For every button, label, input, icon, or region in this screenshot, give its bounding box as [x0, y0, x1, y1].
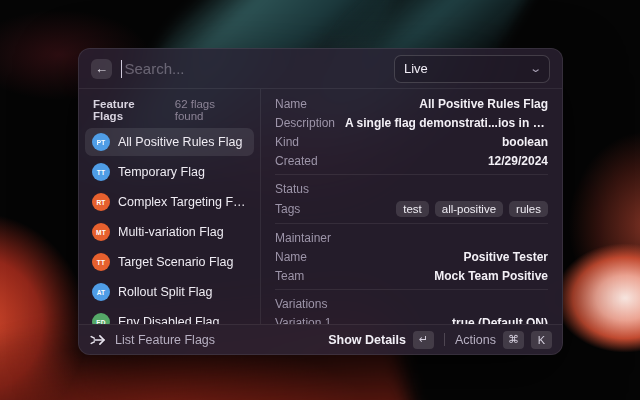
flag-avatar-icon: TT [92, 253, 110, 271]
list-item[interactable]: TTTemporary Flag [85, 158, 254, 186]
action-bar: List Feature Flags Show Details ↵ Action… [79, 324, 562, 354]
list-item-label: Env Disabled Flag [118, 315, 219, 324]
details-section-divider [275, 289, 548, 290]
details-label: Created [275, 154, 318, 168]
details-label: Maintainer [275, 231, 331, 245]
list-item-label: Complex Targeting Flag [118, 195, 247, 209]
details-label: Name [275, 250, 307, 264]
flag-avatar-icon: RT [92, 193, 110, 211]
details-row: Status [275, 179, 548, 198]
flag-avatar-icon: MT [92, 223, 110, 241]
list-item[interactable]: ATRollout Split Flag [85, 278, 254, 306]
details-label: Tags [275, 202, 300, 216]
details-label: Description [275, 116, 335, 130]
details-row: Variations [275, 294, 548, 313]
details-label: Variation 1 [275, 316, 331, 325]
tag-list: testall-positiverules [396, 201, 548, 217]
flag-avatar-icon: ED [92, 313, 110, 324]
list-item[interactable]: TTTarget Scenario Flag [85, 248, 254, 276]
list-item-label: All Positive Rules Flag [118, 135, 242, 149]
details-value: boolean [502, 135, 548, 149]
list-item[interactable]: RTComplex Targeting Flag [85, 188, 254, 216]
environment-dropdown[interactable]: Live ⌄ [394, 55, 550, 83]
details-row: Variation 1true (Default ON) [275, 313, 548, 324]
actions-menu-button[interactable]: Actions ⌘ K [455, 331, 552, 349]
list-item[interactable]: PTAll Positive Rules Flag [85, 128, 254, 156]
list-item-label: Rollout Split Flag [118, 285, 213, 299]
search-input[interactable] [124, 60, 385, 77]
main-split: Feature Flags 62 flags found PTAll Posit… [79, 89, 562, 324]
launcher-logo-icon [89, 331, 107, 349]
details-row: Tagstestall-positiverules [275, 198, 548, 219]
details-label: Name [275, 97, 307, 111]
details-section-divider [275, 174, 548, 175]
details-row: DescriptionA single flag demonstrati...i… [275, 113, 548, 132]
details-value: All Positive Rules Flag [419, 97, 548, 111]
details-value: 12/29/2024 [488, 154, 548, 168]
tag-chip: rules [509, 201, 548, 217]
details-section-divider [275, 223, 548, 224]
flag-list: PTAll Positive Rules FlagTTTemporary Fla… [85, 128, 254, 324]
flag-list-pane: Feature Flags 62 flags found PTAll Posit… [79, 89, 261, 324]
back-button[interactable]: ← [91, 59, 112, 79]
details-row: NameAll Positive Rules Flag [275, 94, 548, 113]
details-row: TeamMock Team Positive [275, 266, 548, 285]
details-row: Kindboolean [275, 132, 548, 151]
flag-avatar-icon: AT [92, 283, 110, 301]
command-key-icon: ⌘ [503, 331, 524, 349]
details-value: A single flag demonstrati...ios in each … [345, 116, 548, 130]
details-value: Mock Team Positive [434, 269, 548, 283]
search-bar: ← Live ⌄ [79, 49, 562, 89]
details-value: Positive Tester [464, 250, 548, 264]
flag-avatar-icon: PT [92, 133, 110, 151]
flag-details-pane: NameAll Positive Rules FlagDescriptionA … [261, 89, 562, 324]
details-row: NamePositive Tester [275, 247, 548, 266]
details-label: Status [275, 182, 309, 196]
chevron-down-icon: ⌄ [529, 62, 542, 75]
command-name: List Feature Flags [115, 333, 320, 347]
flag-avatar-icon: TT [92, 163, 110, 181]
list-result-count: 62 flags found [175, 98, 246, 122]
actions-label: Actions [455, 333, 496, 347]
details-row: Maintainer [275, 228, 548, 247]
list-item-label: Target Scenario Flag [118, 255, 233, 269]
return-key-icon: ↵ [413, 331, 434, 349]
details-label: Kind [275, 135, 299, 149]
k-key-icon: K [531, 331, 552, 349]
list-section-header: Feature Flags 62 flags found [85, 94, 254, 128]
list-item-label: Temporary Flag [118, 165, 205, 179]
show-details-label: Show Details [328, 333, 406, 347]
search-field-wrap [121, 49, 385, 88]
list-item-label: Multi-variation Flag [118, 225, 224, 239]
details-row: Created12/29/2024 [275, 151, 548, 170]
details-label: Team [275, 269, 304, 283]
tag-chip: all-positive [435, 201, 503, 217]
text-caret [121, 60, 122, 78]
footer-divider [444, 333, 445, 346]
dropdown-selected-value: Live [404, 61, 428, 76]
launcher-window: ← Live ⌄ Feature Flags 62 flags found PT… [78, 48, 563, 355]
list-item[interactable]: EDEnv Disabled Flag [85, 308, 254, 324]
tag-chip: test [396, 201, 429, 217]
details-value: true (Default ON) [452, 316, 548, 325]
details-label: Variations [275, 297, 327, 311]
list-item[interactable]: MTMulti-variation Flag [85, 218, 254, 246]
list-section-title: Feature Flags [93, 98, 167, 122]
back-arrow-icon: ← [95, 61, 108, 76]
show-details-button[interactable]: Show Details ↵ [328, 331, 434, 349]
